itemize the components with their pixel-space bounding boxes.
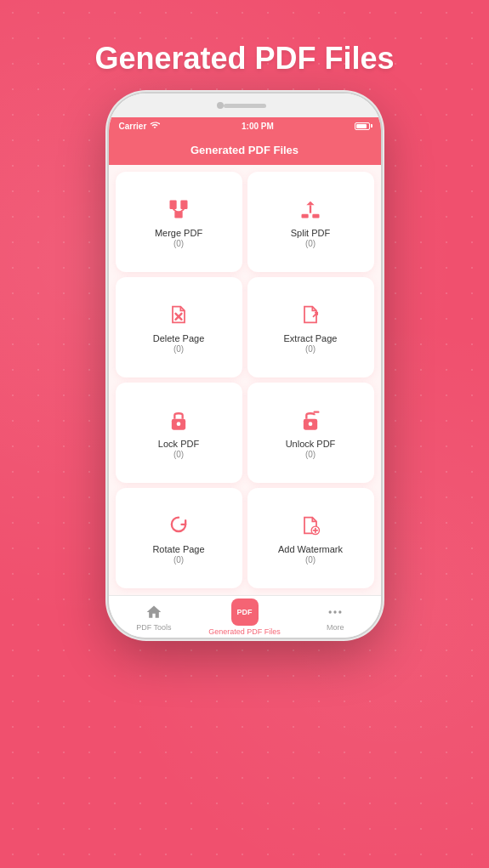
delete-page-count: (0) [173, 344, 184, 354]
tab-more[interactable]: More [290, 596, 381, 638]
lock-pdf-icon [165, 406, 192, 434]
split-pdf-icon [297, 196, 324, 223]
split-pdf-count: (0) [305, 239, 316, 248]
delete-page-button[interactable]: Delete Page (0) [116, 277, 242, 377]
svg-rect-0 [170, 201, 177, 210]
add-watermark-icon [297, 512, 324, 539]
add-watermark-count: (0) [305, 555, 316, 564]
svg-point-11 [309, 422, 313, 426]
svg-point-16 [329, 610, 332, 613]
svg-rect-4 [302, 214, 309, 218]
status-left: Carrier [119, 120, 161, 132]
unlock-pdf-count: (0) [305, 450, 316, 459]
phone-top-bar [109, 94, 381, 117]
unlock-pdf-button[interactable]: Unlock PDF (0) [247, 383, 374, 483]
phone-nav-bar: Generated PDF Files [109, 134, 381, 165]
delete-page-icon [165, 301, 192, 328]
bottom-tab-bar: PDF Tools PDF Generated PDF Files More [109, 595, 381, 638]
add-watermark-button[interactable]: Add Watermark (0) [247, 488, 374, 588]
tab-pdf-tools[interactable]: PDF Tools [109, 596, 200, 638]
status-bar: Carrier 1:00 PM [109, 117, 381, 134]
rotate-page-button[interactable]: Rotate Page (0) [116, 488, 242, 588]
time-label: 1:00 PM [242, 122, 274, 131]
tab-generated-pdf[interactable]: PDF Generated PDF Files [199, 596, 290, 638]
svg-rect-2 [174, 211, 182, 218]
phone-screen: Merge PDF (0) Split PDF (0) [109, 165, 381, 595]
battery-icon [355, 122, 370, 130]
merge-pdf-label: Merge PDF [155, 228, 202, 238]
unlock-pdf-label: Unlock PDF [286, 439, 336, 449]
more-icon [326, 603, 344, 621]
extract-page-label: Extract Page [284, 333, 338, 343]
svg-point-9 [177, 422, 181, 426]
wifi-icon [150, 120, 160, 132]
merge-pdf-button[interactable]: Merge PDF (0) [116, 172, 242, 272]
svg-rect-5 [312, 214, 319, 218]
pdf-icon-label: PDF [237, 608, 253, 616]
status-right [355, 122, 370, 130]
lock-pdf-count: (0) [173, 450, 184, 459]
lock-pdf-button[interactable]: Lock PDF (0) [116, 383, 242, 483]
unlock-pdf-icon [297, 406, 324, 434]
extract-page-count: (0) [305, 344, 316, 354]
extract-page-button[interactable]: Extract Page (0) [247, 277, 374, 377]
svg-rect-1 [180, 201, 187, 210]
carrier-label: Carrier [119, 122, 147, 131]
nav-title: Generated PDF Files [190, 144, 299, 156]
rotate-page-label: Rotate Page [152, 544, 204, 554]
tab-generated-pdf-label: Generated PDF Files [208, 627, 281, 636]
add-watermark-label: Add Watermark [278, 544, 343, 554]
extract-page-icon [297, 301, 324, 328]
svg-point-17 [334, 610, 337, 613]
rotate-page-icon [165, 512, 192, 539]
delete-page-label: Delete Page [153, 333, 205, 343]
merge-pdf-count: (0) [173, 239, 184, 248]
pdf-icon: PDF [231, 599, 259, 626]
split-pdf-button[interactable]: Split PDF (0) [247, 172, 374, 272]
lock-pdf-label: Lock PDF [158, 439, 199, 449]
merge-pdf-icon [165, 196, 192, 223]
rotate-page-count: (0) [173, 555, 184, 564]
tab-pdf-tools-label: PDF Tools [136, 623, 171, 632]
grid-container: Merge PDF (0) Split PDF (0) [109, 165, 381, 595]
front-camera [217, 102, 224, 109]
svg-point-18 [338, 610, 341, 613]
svg-rect-3 [310, 205, 311, 213]
phone-frame: Carrier 1:00 PM Generated PDF Files [109, 94, 381, 638]
speaker [224, 104, 266, 108]
split-pdf-label: Split PDF [291, 228, 330, 238]
home-icon [145, 603, 163, 621]
page-title: Generated PDF Files [94, 41, 394, 77]
tab-more-label: More [327, 623, 344, 632]
